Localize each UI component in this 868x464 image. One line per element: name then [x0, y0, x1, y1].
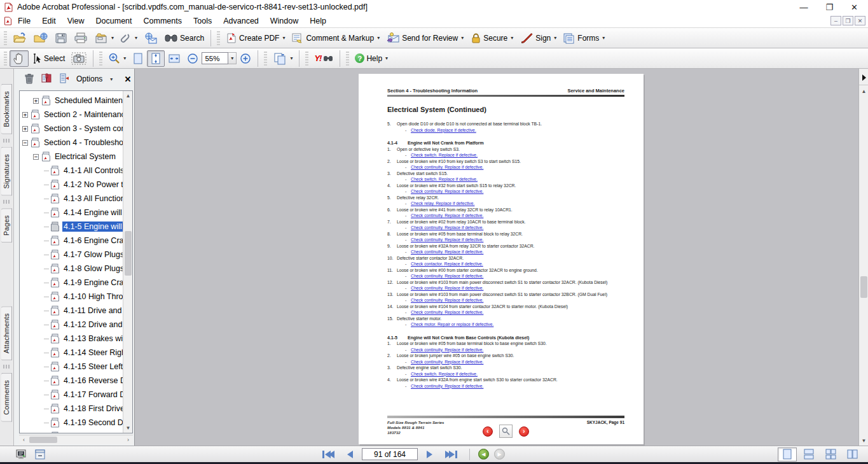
bookmarks-horizontal-scrollbar[interactable]: ‹ › — [19, 435, 133, 444]
remedy-link[interactable]: Check continuity. Replace if defective. — [411, 285, 483, 292]
tab-bookmarks[interactable]: Bookmarks — [1, 84, 12, 134]
menu-advanced[interactable]: Advanced — [217, 15, 265, 27]
page-forward-link[interactable]: › — [519, 426, 529, 437]
bookmark-item[interactable]: +Section 3 - System cor — [20, 122, 123, 136]
bookmark-label[interactable]: Scheduled Maintena — [53, 95, 123, 106]
collapse-minus-icon[interactable]: − — [33, 154, 39, 160]
expand-plus-icon[interactable]: + — [22, 112, 28, 118]
bookmark-item[interactable]: 4.1-10 High Thrott — [20, 290, 123, 304]
attach-button[interactable]: ▾ — [117, 31, 141, 46]
bookmark-label[interactable]: 4.1-2 No Power to — [62, 179, 123, 190]
collapse-minus-icon[interactable]: − — [22, 140, 28, 146]
previous-view-button[interactable]: ◄ — [478, 449, 489, 460]
bookmark-label[interactable]: 4.1-20 Third Drive — [62, 432, 123, 433]
facing-layout-button[interactable] — [843, 447, 862, 461]
toolbar-grip[interactable] — [217, 31, 220, 45]
create-pdf-button[interactable]: Create PDF▾ — [223, 31, 288, 46]
sign-button[interactable]: Sign▾ — [516, 31, 560, 46]
document-pane[interactable]: Section 4 - Troubleshooting Information … — [135, 69, 858, 446]
bookmark-item[interactable]: 4.1-4 Engine will N — [20, 206, 123, 220]
delete-bookmark-icon[interactable] — [24, 73, 34, 85]
actual-size-button[interactable] — [129, 50, 147, 67]
open-web-page-button[interactable] — [30, 31, 52, 46]
toolbar-grip[interactable] — [346, 52, 349, 66]
bookmark-item[interactable]: 4.1-11 Drive and S — [20, 304, 123, 318]
bookmark-label[interactable]: 4.1-10 High Thrott — [62, 292, 123, 302]
hide-pane-toggle[interactable] — [859, 70, 868, 85]
email-button[interactable] — [141, 31, 161, 46]
remedy-link[interactable]: Check continuity. Replace if defective. — [411, 249, 483, 255]
bookmark-label[interactable]: 4.1-13 Brakes will — [62, 334, 123, 344]
secure-button[interactable]: Secure▾ — [467, 31, 516, 46]
bookmark-item[interactable]: 4.1-2 No Power to — [20, 178, 123, 192]
bookmark-item[interactable]: 4.1-20 Third Drive — [20, 430, 123, 433]
remedy-link[interactable]: Check continuity. Replace if defective. — [411, 213, 483, 219]
tab-attachments[interactable]: Attachments — [1, 306, 12, 360]
page-display-button[interactable]: ▾ — [270, 50, 296, 67]
comment-markup-button[interactable]: Comment & Markup▾ — [288, 31, 383, 46]
bookmark-label[interactable]: 4.1-9 Engine Cran — [62, 278, 123, 288]
bookmark-label[interactable]: 4.1-4 Engine will N — [62, 207, 123, 218]
tab-pages[interactable]: Pages — [1, 208, 12, 243]
remedy-link[interactable]: Check switch. Replace if defective. — [411, 176, 478, 183]
expand-current-bookmark-icon[interactable] — [41, 73, 52, 85]
bookmark-label[interactable]: 4.1-1 All Controls — [62, 165, 123, 176]
bookmark-label[interactable]: 4.1-16 Reverse Dr — [62, 376, 123, 386]
help-button[interactable]: ? Help▾ — [352, 52, 391, 65]
fit-width-button[interactable] — [165, 51, 184, 66]
tab-comments[interactable]: Comments — [1, 373, 12, 422]
bookmark-item[interactable]: 4.1-15 Steer Left — [20, 360, 123, 374]
menu-file[interactable]: File — [12, 15, 36, 27]
fullscreen-mode-icon[interactable] — [15, 449, 27, 460]
mdi-restore-icon[interactable]: ❐ — [843, 16, 853, 25]
remedy-link[interactable]: Check diode. Replace if defective. — [411, 127, 476, 134]
panel-close-icon[interactable]: ✕ — [124, 74, 131, 84]
bookmark-label[interactable]: 4.1-17 Forward Dr — [62, 390, 123, 400]
options-menu[interactable]: Options — [76, 74, 102, 83]
bookmark-label[interactable]: 4.1-3 All Function — [62, 193, 123, 204]
bookmark-label[interactable]: 4.1-19 Second Dr — [62, 418, 123, 428]
toolbar-grip[interactable] — [264, 52, 267, 66]
snapshot-tool-button[interactable] — [68, 50, 90, 67]
restore-icon[interactable]: ❐ — [825, 3, 833, 11]
bookmark-label[interactable]: 4.1-15 Steer Left — [62, 362, 123, 372]
last-page-button[interactable] — [441, 449, 461, 460]
remedy-link[interactable]: Check switch. Replace if defective. — [411, 152, 478, 158]
remedy-link[interactable]: Check continuity. Replace if defective. — [411, 359, 483, 365]
expand-plus-icon[interactable]: + — [33, 98, 39, 104]
close-icon[interactable]: ✕ — [851, 3, 858, 11]
tab-signatures[interactable]: Signatures — [1, 147, 12, 196]
remedy-link[interactable]: Check continuity. Replace if defective. — [411, 164, 483, 171]
scroll-up-icon[interactable]: ▲ — [123, 91, 133, 101]
bookmark-item[interactable]: 4.1-8 Glow Plugs — [20, 262, 123, 276]
forms-button[interactable]: Forms▾ — [560, 31, 608, 46]
bookmarks-vertical-scrollbar[interactable]: ▲ ▼ — [123, 91, 132, 433]
bookmark-item[interactable]: 4.1-6 Engine Cran — [20, 234, 123, 248]
menu-edit[interactable]: Edit — [36, 15, 62, 27]
bookmark-item[interactable]: 4.1-16 Reverse Dr — [20, 374, 123, 388]
open-button[interactable] — [10, 31, 30, 46]
next-page-button[interactable] — [423, 449, 436, 460]
toolbar-grip[interactable] — [4, 31, 7, 45]
bookmark-label[interactable]: 4.1-11 Drive and S — [62, 306, 123, 316]
scroll-down-icon[interactable]: ▼ — [123, 423, 133, 433]
bookmark-item[interactable]: 4.1-18 First Drive — [20, 402, 123, 416]
scrollbar-thumb[interactable] — [860, 276, 867, 298]
continuous-facing-layout-button[interactable] — [821, 447, 840, 461]
toolbar-grip[interactable] — [305, 52, 308, 66]
menu-view[interactable]: View — [62, 15, 90, 27]
bookmark-item[interactable]: −Section 4 - Troubleshoo — [20, 136, 123, 150]
bookmark-label[interactable]: 4.1-7 Glow Plugs — [62, 250, 123, 260]
send-for-review-button[interactable]: Send for Review▾ — [383, 31, 467, 46]
search-button[interactable]: Search — [161, 31, 207, 45]
save-button[interactable] — [52, 31, 71, 46]
print-button[interactable] — [71, 31, 91, 46]
scrollbar-thumb[interactable] — [29, 437, 57, 443]
bookmark-item[interactable]: 4.1-12 Drive and S — [20, 318, 123, 332]
fit-page-button[interactable] — [147, 50, 165, 67]
menu-tools[interactable]: Tools — [188, 15, 217, 27]
bookmark-label[interactable]: 4.1-5 Engine will N — [62, 221, 123, 232]
zoom-in-button[interactable] — [237, 51, 254, 66]
bookmark-item[interactable]: 4.1-7 Glow Plugs — [20, 248, 123, 262]
bookmark-item[interactable]: +Section 2 - Maintenanc — [20, 108, 123, 122]
